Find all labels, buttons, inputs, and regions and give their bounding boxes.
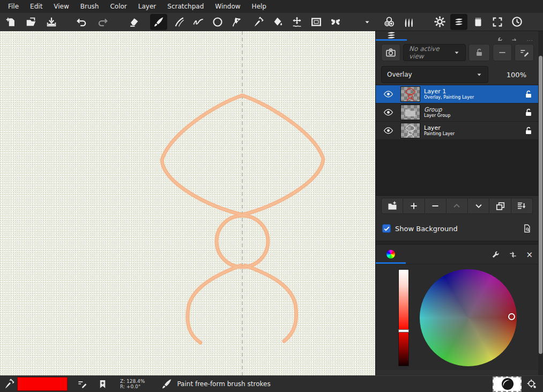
menu-help[interactable]: Help	[248, 1, 270, 12]
symmetry-button[interactable]	[327, 14, 344, 30]
move-view-button[interactable]	[288, 14, 306, 30]
layer-visible-eye-icon[interactable]	[376, 89, 400, 99]
panel-scrollbar[interactable]	[538, 31, 543, 375]
layer-name[interactable]: Group	[424, 107, 519, 113]
pick-color-button[interactable]	[250, 14, 267, 30]
duplicate-layer-button[interactable]	[489, 198, 511, 213]
background-page-icon[interactable]	[522, 224, 532, 233]
layer-visible-eye-icon[interactable]	[376, 107, 400, 117]
menu-view[interactable]: View	[50, 1, 72, 12]
scrollbar-thumb[interactable]	[539, 56, 542, 354]
current-color-swatch[interactable]	[17, 377, 68, 391]
layer-name[interactable]: Layer	[424, 125, 519, 131]
save-document-icon	[46, 16, 57, 28]
remove-layer-button[interactable]	[425, 198, 447, 213]
lock-view-button[interactable]	[468, 44, 490, 61]
menu-edit[interactable]: Edit	[26, 1, 46, 12]
fullscreen-button[interactable]	[489, 14, 506, 30]
edit-icon[interactable]	[74, 379, 90, 389]
layer-row-3[interactable]: Layer Painting Layer	[376, 122, 538, 140]
undo-icon	[76, 16, 87, 28]
freehand-brush-button[interactable]	[150, 14, 167, 30]
lower-layer-button[interactable]	[468, 198, 489, 213]
inking-button[interactable]	[228, 14, 246, 30]
value-slider[interactable]	[398, 269, 409, 366]
brush-chooser-button[interactable]	[400, 14, 417, 30]
eyedropper-icon	[252, 16, 264, 28]
lines-and-curves-button[interactable]	[170, 14, 188, 30]
wrench-icon[interactable]	[491, 250, 500, 260]
save-document-button[interactable]	[43, 14, 60, 30]
close-icon[interactable]: ×	[526, 250, 533, 260]
layer-row-2[interactable]: Group Layer Group	[376, 103, 538, 122]
layer-thumbnail[interactable]	[400, 86, 420, 102]
flood-fill-icon	[272, 16, 284, 28]
bookmark-add-icon[interactable]	[94, 379, 110, 389]
scratchpad-window-button[interactable]	[470, 14, 487, 30]
status-bar: Z: 128.4% R: +0.0° Paint free-form brush…	[0, 375, 543, 392]
overflow-icon[interactable]: ···	[527, 36, 533, 41]
fullscreen-icon	[492, 16, 503, 28]
layer-lock-open-icon[interactable]	[519, 90, 538, 99]
ellipse-button[interactable]	[209, 14, 226, 30]
eyedropper-icon[interactable]	[1, 378, 17, 390]
redo-button[interactable]	[94, 14, 111, 30]
color-window-button[interactable]	[381, 14, 398, 30]
new-document-icon	[5, 16, 17, 28]
value-slider-handle[interactable]	[398, 329, 409, 332]
menu-layer[interactable]: Layer	[135, 1, 160, 12]
raise-layer-button[interactable]	[447, 198, 468, 213]
color-wheel-tab[interactable]	[376, 246, 406, 264]
layer-meta: Group Layer Group	[420, 107, 519, 119]
active-view-select[interactable]: No active view	[403, 44, 466, 61]
history-button[interactable]	[508, 14, 525, 30]
brush-settings-button[interactable]	[431, 14, 448, 30]
swap-arrows-icon[interactable]	[511, 36, 519, 41]
butterfly-icon	[329, 16, 342, 28]
layer-visible-eye-icon[interactable]	[376, 125, 400, 136]
minus-icon	[497, 48, 507, 57]
layer-lock-open-icon[interactable]	[519, 126, 538, 136]
hue-selector-ring[interactable]	[508, 313, 515, 320]
add-layer-button[interactable]	[403, 198, 425, 213]
menu-brush[interactable]: Brush	[77, 1, 103, 12]
remove-view-button[interactable]	[493, 44, 512, 61]
edit-view-button[interactable]	[515, 44, 534, 61]
brush-preview[interactable]	[493, 376, 522, 392]
undo-button[interactable]	[73, 14, 90, 30]
flood-fill-button[interactable]	[269, 14, 286, 30]
menu-scratchpad[interactable]: Scratchpad	[163, 1, 207, 12]
layer-thumbnail[interactable]	[400, 123, 420, 138]
eraser-icon	[128, 16, 140, 28]
menu-color[interactable]: Color	[106, 1, 130, 12]
edit-frame-button[interactable]	[308, 14, 325, 30]
new-document-button[interactable]	[2, 14, 19, 30]
tool-options-button[interactable]	[362, 14, 372, 30]
layers-window-button[interactable]	[450, 14, 467, 30]
canvas[interactable]	[0, 31, 375, 375]
new-layer-group-button[interactable]	[382, 198, 403, 213]
layer-row-1[interactable]: Layer 1 Overlay, Painting Layer	[376, 85, 538, 103]
menu-window[interactable]: Window	[211, 1, 244, 12]
show-background-checkbox[interactable]	[382, 224, 391, 233]
show-background-row: Show Background	[376, 216, 538, 241]
eraser-button[interactable]	[125, 14, 143, 30]
rotation-value: R: +0.0°	[120, 384, 145, 389]
ellipse-icon	[212, 16, 224, 28]
blend-mode-select[interactable]: Overlay	[381, 66, 488, 83]
expand-toolbar-button[interactable]	[539, 14, 543, 30]
snapshot-view-button[interactable]	[381, 44, 400, 61]
menu-file[interactable]: File	[4, 1, 23, 12]
color-target-icon[interactable]	[524, 379, 540, 390]
connected-lines-button[interactable]	[190, 14, 207, 30]
wrench-icon[interactable]	[494, 36, 503, 41]
open-document-button[interactable]	[23, 14, 40, 30]
hue-wheel[interactable]	[420, 269, 517, 366]
swap-arrows-icon[interactable]	[509, 250, 517, 259]
layers-tab[interactable]	[376, 31, 407, 41]
merge-layer-down-button[interactable]	[511, 198, 532, 213]
layer-lock-open-icon[interactable]	[519, 108, 538, 117]
open-document-icon	[25, 16, 37, 28]
layer-thumbnail[interactable]	[400, 105, 420, 120]
layer-name[interactable]: Layer 1	[424, 88, 519, 95]
